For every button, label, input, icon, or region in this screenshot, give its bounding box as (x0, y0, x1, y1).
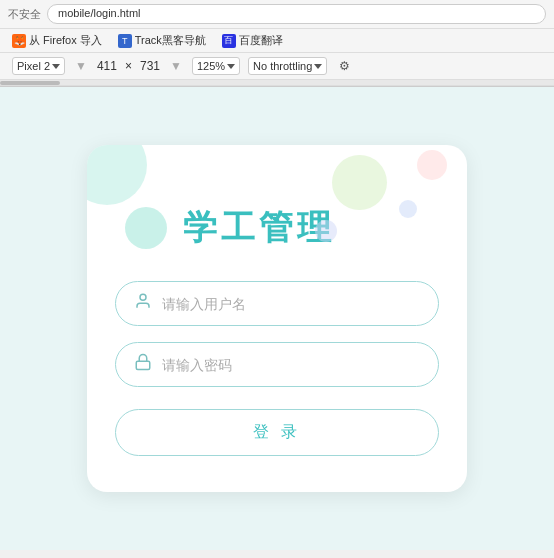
bubble-pink (417, 150, 447, 180)
track-icon: T (118, 34, 132, 48)
device-label: Pixel 2 (17, 60, 50, 72)
password-input[interactable] (162, 357, 420, 373)
bookmark-firefox-label: 从 Firefox 导入 (29, 33, 102, 48)
bubble-purple (315, 220, 337, 242)
address-field[interactable]: mobile/login.html (47, 4, 546, 24)
viewport-height: 731 (140, 59, 160, 73)
device-chevron-icon (52, 64, 60, 69)
bookmark-firefox[interactable]: 🦊 从 Firefox 导入 (8, 32, 106, 49)
bookmarks-bar: 🦊 从 Firefox 导入 T Track黑客导航 百 百度翻译 (0, 29, 554, 53)
device-selector[interactable]: Pixel 2 (12, 57, 65, 75)
login-card: 学工管理 登 录 (87, 145, 467, 492)
baidu-icon: 百 (222, 34, 236, 48)
bubble-yellow (332, 155, 387, 210)
username-input[interactable] (162, 296, 420, 312)
throttling-chevron-icon (314, 64, 322, 69)
login-button[interactable]: 登 录 (115, 409, 439, 456)
address-bar-row: 不安全 mobile/login.html (0, 0, 554, 29)
separator-1: ▼ (75, 59, 87, 73)
devtools-bar: Pixel 2 ▼ 411 × 731 ▼ 125% No throttling… (0, 53, 554, 80)
browser-chrome: 不安全 mobile/login.html 🦊 从 Firefox 导入 T T… (0, 0, 554, 87)
scrollbar-row[interactable] (0, 80, 554, 86)
insecure-badge: 不安全 (8, 7, 41, 22)
bookmark-track-label: Track黑客导航 (135, 33, 206, 48)
viewport-width: 411 (97, 59, 117, 73)
bookmark-track[interactable]: T Track黑客导航 (114, 32, 210, 49)
username-field[interactable] (115, 281, 439, 326)
content-area: 学工管理 登 录 (0, 87, 554, 550)
bubble-teal (87, 145, 147, 205)
bookmark-baidu[interactable]: 百 百度翻译 (218, 32, 287, 49)
lock-icon (134, 353, 152, 376)
throttling-label: No throttling (253, 60, 312, 72)
svg-point-0 (140, 294, 146, 300)
firefox-icon: 🦊 (12, 34, 26, 48)
settings-icon[interactable]: ⚙ (335, 57, 354, 75)
title-row: 学工管理 (115, 205, 439, 251)
separator-2: ▼ (170, 59, 182, 73)
throttling-selector[interactable]: No throttling (248, 57, 327, 75)
app-title: 学工管理 (183, 205, 335, 251)
bookmark-baidu-label: 百度翻译 (239, 33, 283, 48)
bubble-blue (399, 200, 417, 218)
zoom-label: 125% (197, 60, 225, 72)
svg-rect-1 (136, 361, 150, 369)
password-field[interactable] (115, 342, 439, 387)
zoom-selector[interactable]: 125% (192, 57, 240, 75)
zoom-chevron-icon (227, 64, 235, 69)
scrollbar-thumb (0, 81, 60, 85)
viewport-x: × (125, 59, 132, 73)
title-bubble (125, 207, 167, 249)
user-icon (134, 292, 152, 315)
address-text: mobile/login.html (58, 7, 141, 19)
